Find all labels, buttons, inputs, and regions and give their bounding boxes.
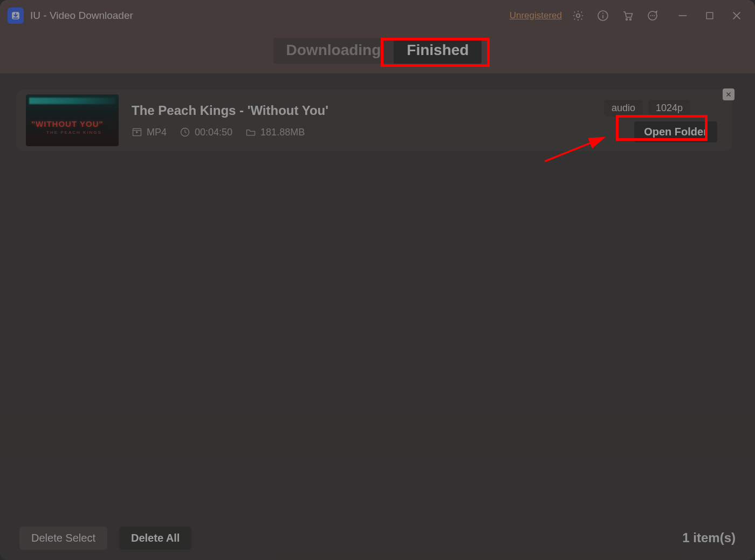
svg-point-5 xyxy=(626,19,628,21)
titlebar: IU - Video Downloader Unregistered xyxy=(0,0,755,31)
svg-point-4 xyxy=(602,13,603,14)
item-size: 181.88MB xyxy=(260,127,305,138)
video-file-icon xyxy=(132,127,142,138)
open-folder-button[interactable]: Open Folder xyxy=(634,121,717,142)
item-count: 1 item(s) xyxy=(682,530,736,545)
app-icon xyxy=(8,8,24,24)
badge-quality: 1024p xyxy=(648,100,690,117)
item-title: The Peach Kings - 'Without You' xyxy=(132,103,591,118)
item-duration: 00:04:50 xyxy=(195,127,232,138)
decorative-band xyxy=(0,411,755,457)
app-title: IU - Video Downloader xyxy=(30,10,133,22)
svg-point-9 xyxy=(654,15,655,16)
svg-rect-11 xyxy=(706,12,713,19)
chat-icon[interactable] xyxy=(645,8,660,23)
svg-point-1 xyxy=(576,14,580,17)
info-icon[interactable] xyxy=(595,8,610,23)
delete-all-button[interactable]: Delete All xyxy=(119,527,191,550)
clock-icon xyxy=(180,127,190,138)
delete-select-button[interactable]: Delete Select xyxy=(19,527,107,550)
bottom-bar: Delete Select Delete All 1 item(s) xyxy=(0,516,755,560)
download-item[interactable]: "WITHOUT YOU" THE PEACH KINGS The Peach … xyxy=(16,90,732,151)
close-icon[interactable] xyxy=(729,8,744,23)
maximize-icon[interactable] xyxy=(702,8,717,23)
svg-point-6 xyxy=(630,19,632,21)
badge-audio: audio xyxy=(604,100,643,117)
tab-finished[interactable]: Finished xyxy=(394,38,482,64)
thumb-sub-text: THE PEACH KINGS xyxy=(46,130,102,135)
svg-point-7 xyxy=(650,15,651,16)
remove-item-button[interactable] xyxy=(723,88,735,100)
app-window: IU - Video Downloader Unregistered xyxy=(0,0,755,560)
folder-icon xyxy=(245,127,256,138)
item-format: MP4 xyxy=(147,127,167,138)
item-thumbnail: "WITHOUT YOU" THE PEACH KINGS xyxy=(26,94,119,146)
unregistered-link[interactable]: Unregistered xyxy=(510,10,562,21)
tab-bar: Downloading Finished xyxy=(0,31,755,73)
thumb-main-text: "WITHOUT YOU" xyxy=(31,119,104,128)
tab-downloading[interactable]: Downloading xyxy=(273,38,394,64)
cart-icon[interactable] xyxy=(620,8,635,23)
settings-icon[interactable] xyxy=(571,8,586,23)
svg-point-8 xyxy=(652,15,653,16)
minimize-icon[interactable] xyxy=(675,8,690,23)
content-area: "WITHOUT YOU" THE PEACH KINGS The Peach … xyxy=(0,73,755,560)
